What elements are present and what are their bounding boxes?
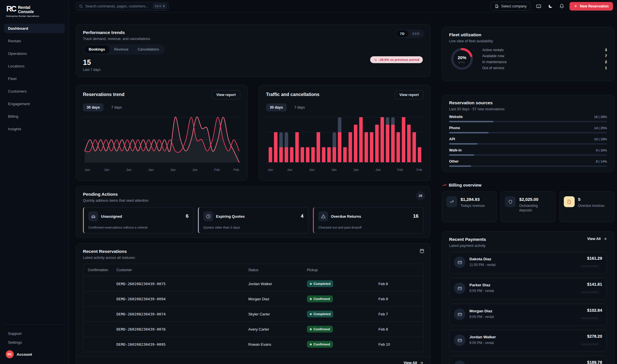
cell-empty <box>88 325 116 333</box>
notifications-button[interactable] <box>558 3 566 10</box>
svg-text:Jan: Jan <box>287 168 293 171</box>
sidebar-item-dashboard[interactable]: Dashboard <box>4 24 65 33</box>
sidebar-link-settings[interactable]: Settings <box>4 338 65 347</box>
action-label: Expiring Quotes <box>216 214 245 219</box>
cell-confirmation: DEMO-260208230439-0076 <box>116 323 248 335</box>
sidebar-item-engagement[interactable]: Engagement <box>4 99 65 109</box>
payment-item[interactable]: Morgan Diaz9:05 PM - rental$102.84succee… <box>449 304 607 325</box>
sidebar-item-fleet[interactable]: Fleet <box>4 74 65 83</box>
sources-subtitle: Last 30 days - 57 new reservations <box>449 107 607 111</box>
payment-amount: $141.81 <box>587 282 602 287</box>
pending-action-expiring-quotes[interactable]: Expiring Quotes4Quotes older than 3 days <box>198 207 308 233</box>
cell-pickup-date: Feb 8 <box>378 323 418 335</box>
account-button[interactable]: RC Account <box>4 347 65 359</box>
topbar: Ctrl K Select company New Rese <box>69 0 617 13</box>
source-value: 8 | 14% <box>596 160 607 163</box>
reservations-trend-card: Reservations trend View report 30 days 7… <box>76 85 247 181</box>
svg-text:Jan: Jan <box>309 168 315 171</box>
credit-card-icon <box>454 361 465 364</box>
tab-cancellations[interactable]: Cancellations <box>133 45 164 53</box>
status-dot <box>310 313 312 315</box>
keyboard-shortcuts-button[interactable] <box>535 2 543 10</box>
reservations-view-all-button[interactable]: View All <box>404 361 423 364</box>
svg-text:Jan: Jan <box>85 168 90 171</box>
sidebar-item-insights[interactable]: Insights <box>4 124 65 134</box>
reservation-sources-card: Reservation sources Last 30 days - 57 ne… <box>442 95 614 172</box>
fleet-row-value: 7 <box>605 54 607 58</box>
view-report-button[interactable]: View report <box>212 90 240 99</box>
calendar-button[interactable] <box>419 248 424 253</box>
source-progress-fill <box>449 165 471 167</box>
fleet-subtitle: Live view of fleet availability <box>449 39 607 43</box>
payment-item[interactable]: Dakota Diaz11:05 PM - rental$161.29succe… <box>449 252 607 273</box>
table-row[interactable]: DEMO-260208230439-0074Skyler CarterCompl… <box>83 306 423 321</box>
theme-toggle-button[interactable] <box>547 3 554 10</box>
select-company-button[interactable]: Select company <box>491 2 531 11</box>
performance-tabs: BookingsRevenueCancellations <box>83 44 165 55</box>
brand-logo-glyph: RC <box>6 5 16 13</box>
global-search[interactable]: Ctrl K <box>76 2 169 11</box>
cell-status: Confirmed <box>307 337 378 352</box>
trend-up-icon <box>446 196 457 207</box>
source-progress-track <box>449 165 607 167</box>
range-option-7d[interactable]: 7D <box>396 30 408 37</box>
table-row[interactable]: DEMO-260208230439-0076Avery CarterConfir… <box>83 321 423 337</box>
delta-badge: -28.6% vs previous period <box>370 56 423 63</box>
tab-revenue[interactable]: Revenue <box>110 45 133 53</box>
cell-empty <box>88 340 116 348</box>
status-badge: Completed <box>307 280 333 287</box>
table-row[interactable]: DEMO-260208230439-0095Rowan EvansConfirm… <box>83 337 423 352</box>
sidebar-link-support[interactable]: Support <box>4 329 65 338</box>
payments-view-all-button[interactable]: View All <box>587 237 607 241</box>
search-icon <box>79 4 83 8</box>
utilization-donut: 20% UTIL <box>449 46 475 72</box>
range-toggle: 7D30D <box>395 29 424 38</box>
sidebar-item-operations[interactable]: Operations <box>4 49 65 58</box>
select-company-label: Select company <box>501 4 527 8</box>
table-row[interactable]: DEMO-260208230439-0094Morgan DiazConfirm… <box>83 291 423 306</box>
sources-title: Reservation sources <box>449 100 607 105</box>
credit-card-icon <box>454 309 465 320</box>
cell-confirmation: DEMO-260208230439-0075 <box>116 278 248 290</box>
reservations-line-chart: JanJanJanJanJanJanFebFeb <box>83 113 241 175</box>
toggle-30-days[interactable]: 30 days <box>83 103 104 111</box>
sidebar-item-customers[interactable]: Customers <box>4 87 65 96</box>
reservations-table: ConfirmationCustomerStatusPickup DEMO-26… <box>83 264 423 352</box>
source-row-phone: Phone14 | 25% <box>449 126 607 133</box>
svg-text:20%: 20% <box>458 55 466 60</box>
toggle-7-days[interactable]: 7 days <box>108 103 126 111</box>
clock-icon <box>203 211 213 221</box>
new-reservation-label: New Reservation <box>580 4 609 8</box>
status-dot <box>310 328 312 330</box>
cell-status: Completed <box>307 307 378 321</box>
cell-customer: Rowan Evans <box>248 338 307 351</box>
performance-subtitle: Track demand, revenue, and cancellations <box>83 37 423 41</box>
svg-text:Jan: Jan <box>148 168 154 171</box>
search-input[interactable] <box>85 4 151 8</box>
sidebar-item-rentals[interactable]: Rentals <box>4 36 65 46</box>
account-label: Account <box>17 352 32 357</box>
payment-time: 9:05 PM - rental <box>469 341 496 345</box>
brand-logo: RC Rental Console Enterprise Rental Oper… <box>4 4 65 17</box>
payment-item[interactable]: Parker Diaz9:05 PM - rental$141.81succee… <box>449 278 607 299</box>
pending-action-unassigned[interactable]: Unassigned6Confirmed reservations withou… <box>83 207 193 233</box>
view-report-button[interactable]: View report <box>395 90 423 99</box>
tab-bookings[interactable]: Bookings <box>84 45 110 53</box>
column-header: Pickup <box>307 264 378 276</box>
reservations-trend-title: Reservations trend <box>83 92 124 97</box>
avatar: RC <box>6 350 14 358</box>
sidebar-item-billing[interactable]: Billing <box>4 112 65 121</box>
sidebar-item-locations[interactable]: Locations <box>4 61 65 71</box>
pending-action-overdue-returns[interactable]: Overdue Returns16Checked out and past dr… <box>313 207 423 233</box>
cell-customer: Avery Carter <box>248 323 307 335</box>
range-option-30d[interactable]: 30D <box>408 30 424 37</box>
payment-item[interactable]: $189.78succeeded <box>449 356 607 364</box>
toggle-30-days[interactable]: 30 days <box>266 103 287 111</box>
source-label: Phone <box>449 126 460 130</box>
new-reservation-button[interactable]: New Reservation <box>570 2 613 11</box>
payment-item[interactable]: Jordan Walker9:05 PM - rental$278.20succ… <box>449 330 607 351</box>
table-row[interactable]: DEMO-260208230439-0075Jordan WalkerCompl… <box>83 276 423 291</box>
toggle-7-days[interactable]: 7 days <box>291 103 309 111</box>
cell-confirmation: DEMO-260208230439-0094 <box>116 293 248 305</box>
svg-text:UTIL: UTIL <box>459 61 465 64</box>
